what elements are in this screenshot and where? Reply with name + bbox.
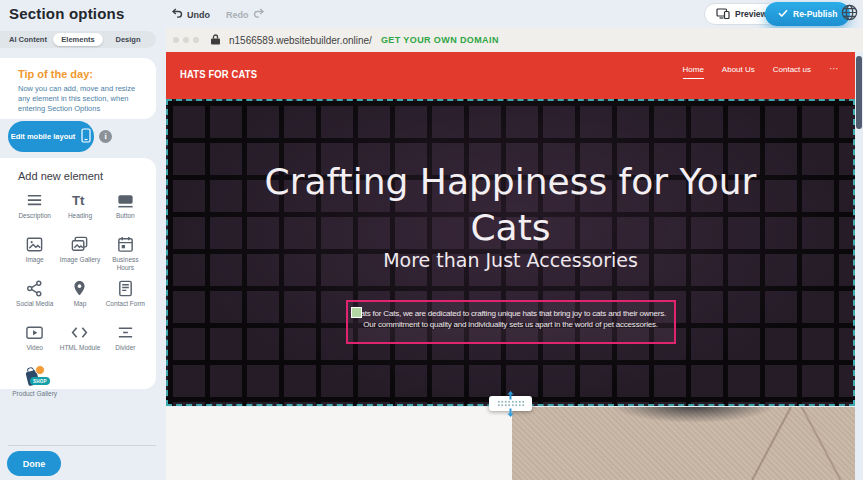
contact-form-icon	[116, 279, 135, 298]
lock-icon	[211, 31, 220, 49]
info-icon[interactable]: i	[99, 130, 112, 143]
republish-button[interactable]: Re-Publish	[765, 2, 850, 26]
element-tile-product-gallery[interactable]: SHOP Product Gallery	[12, 367, 57, 403]
redo-icon	[253, 8, 264, 21]
new-badge-dot	[35, 365, 45, 375]
history-controls: Undo Redo	[172, 8, 264, 21]
image-gallery-icon	[70, 235, 89, 254]
devices-icon	[716, 8, 730, 21]
button-icon	[116, 191, 135, 210]
map-icon	[70, 279, 89, 298]
element-tile-html-module[interactable]: HTML Module	[57, 323, 102, 359]
nav-item-contact-us[interactable]: Contact us	[773, 65, 811, 78]
window-dot	[183, 37, 189, 43]
element-tile-description[interactable]: Description	[12, 191, 57, 227]
more-menu-icon[interactable]: ⋯	[829, 65, 839, 73]
redo-button[interactable]: Redo	[226, 8, 264, 21]
element-tile-map[interactable]: Map	[57, 279, 102, 315]
next-section-carpet-image[interactable]	[512, 407, 855, 480]
sidebar-divider	[8, 445, 156, 446]
selected-text-element[interactable]: Hats for Cats, we are dedicated to craft…	[346, 300, 676, 344]
undo-icon	[172, 8, 183, 21]
get-domain-link[interactable]: GET YOUR OWN DOMAIN	[381, 35, 499, 45]
preview-scrollbar[interactable]	[855, 52, 863, 480]
element-tile-contact-form[interactable]: Contact Form	[103, 279, 148, 315]
edit-mobile-layout-button[interactable]: Edit mobile layout	[8, 121, 94, 152]
tip-of-the-day-card: Tip of the day: Now you can add, move an…	[0, 58, 156, 119]
element-grid: Description Tt Heading Button Image	[0, 191, 156, 403]
browser-bar: n1566589.websitebuilder.online/ GET YOUR…	[166, 28, 863, 52]
selected-hero-section[interactable]: Crafting Happiness for Your Cats More th…	[166, 99, 855, 406]
shop-badge: SHOP	[30, 377, 50, 385]
element-tile-image-gallery[interactable]: Image Gallery	[57, 235, 102, 271]
heading-icon: Tt	[70, 191, 89, 210]
html-module-icon	[70, 323, 89, 342]
arrow-up-icon	[506, 386, 515, 404]
edit-mobile-label: Edit mobile layout	[11, 132, 76, 141]
element-tile-heading[interactable]: Tt Heading	[57, 191, 102, 227]
smartphone-icon	[81, 128, 91, 145]
preview-label: Preview	[735, 9, 767, 19]
image-icon	[25, 235, 44, 254]
window-dot	[173, 37, 179, 43]
redo-label: Redo	[226, 10, 249, 20]
element-tile-social-media[interactable]: Social Media	[12, 279, 57, 315]
hero-subheading[interactable]: More than Just Accessories	[168, 249, 853, 271]
tab-elements[interactable]: Elements	[53, 33, 103, 46]
sidebar-tabbar: AI Content Elements Design	[0, 31, 156, 48]
nav-item-home[interactable]: Home	[683, 65, 704, 79]
done-button[interactable]: Done	[7, 451, 61, 476]
drag-handle[interactable]	[351, 307, 362, 318]
add-new-element-panel: Add new element Description Tt Heading B…	[0, 158, 156, 389]
arrow-down-icon	[506, 403, 515, 421]
undo-button[interactable]: Undo	[172, 8, 210, 21]
page-title: Section options	[9, 5, 125, 22]
divider-icon	[116, 323, 135, 342]
check-icon	[778, 9, 788, 19]
svg-text:Tt: Tt	[72, 193, 85, 208]
nav-item-about-us[interactable]: About Us	[722, 65, 755, 78]
product-gallery-icon: SHOP	[23, 367, 47, 388]
description-icon	[25, 191, 44, 210]
window-dot	[193, 37, 199, 43]
scrollbar-thumb[interactable]	[856, 56, 862, 129]
business-hours-icon	[116, 235, 135, 254]
section-resize-handle[interactable]	[489, 396, 532, 411]
undo-label: Undo	[187, 10, 210, 20]
element-tile-button[interactable]: Button	[103, 191, 148, 227]
site-url: n1566589.websitebuilder.online/	[229, 35, 372, 46]
site-nav: Home About Us Contact us ⋯	[683, 65, 840, 79]
video-icon	[25, 323, 44, 342]
tab-ai-content[interactable]: AI Content	[3, 33, 53, 46]
tab-design[interactable]: Design	[103, 33, 153, 46]
site-header: HATS FOR CATS Home About Us Contact us ⋯	[166, 52, 855, 99]
language-globe-icon[interactable]	[841, 4, 858, 21]
element-tile-divider[interactable]: Divider	[103, 323, 148, 359]
tip-heading: Tip of the day:	[18, 68, 148, 80]
hero-body-text: Hats for Cats, we are dedicated to craft…	[353, 308, 669, 330]
site-logo[interactable]: HATS FOR CATS	[180, 68, 257, 80]
republish-label: Re-Publish	[793, 9, 837, 19]
tip-body: Now you can add, move and resize any ele…	[18, 84, 148, 114]
element-tile-business-hours[interactable]: Business Hours	[103, 235, 148, 271]
add-element-title: Add new element	[0, 170, 156, 182]
element-tile-image[interactable]: Image	[12, 235, 57, 271]
next-section-background[interactable]	[166, 407, 512, 480]
element-tile-video[interactable]: Video	[12, 323, 57, 359]
hero-heading[interactable]: Crafting Happiness for Your Cats	[231, 159, 791, 251]
social-media-icon	[25, 279, 44, 298]
